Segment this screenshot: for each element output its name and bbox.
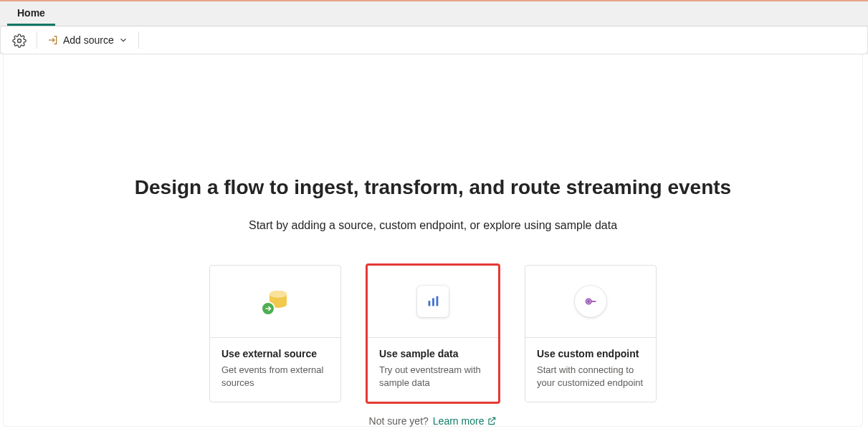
endpoint-icon — [575, 286, 606, 317]
card-desc: Try out eventstream with sample data — [379, 364, 487, 389]
card-external-source[interactable]: Use external source Get events from exte… — [209, 265, 341, 402]
card-icon-area — [525, 266, 656, 337]
gear-icon — [12, 34, 27, 48]
not-sure-text: Not sure yet? — [369, 415, 429, 427]
card-title: Use sample data — [379, 348, 487, 359]
tab-home-label: Home — [17, 7, 45, 19]
external-link-icon — [487, 416, 497, 426]
svg-point-2 — [270, 291, 287, 298]
settings-button[interactable] — [1, 29, 32, 51]
chevron-down-icon — [118, 35, 128, 45]
card-body: Use sample data Try out eventstream with… — [368, 337, 498, 402]
learn-more-label: Learn more — [433, 415, 485, 427]
svg-rect-4 — [432, 298, 434, 306]
tab-home[interactable]: Home — [7, 1, 55, 26]
page-subheading: Start by adding a source, custom endpoin… — [249, 219, 617, 232]
topbar: Home Add source — [0, 0, 868, 54]
toolbar-separator — [138, 32, 139, 49]
cards-row: Use external source Get events from exte… — [209, 265, 657, 402]
card-icon-area — [210, 266, 340, 337]
card-body: Use external source Get events from exte… — [210, 337, 340, 402]
add-source-button[interactable]: Add source — [42, 32, 134, 49]
card-desc: Get events from external sources — [221, 364, 329, 389]
bar-chart-icon — [417, 286, 449, 317]
footer-line: Not sure yet? Learn more — [369, 415, 497, 427]
database-arrow-icon — [258, 284, 292, 319]
svg-point-7 — [588, 301, 590, 303]
card-title: Use external source — [221, 348, 329, 359]
svg-rect-5 — [437, 296, 439, 306]
arrow-in-icon — [47, 34, 59, 46]
tabs-row: Home — [0, 1, 868, 26]
learn-more-link[interactable]: Learn more — [433, 415, 497, 427]
card-icon-area — [368, 266, 498, 337]
toolbar-separator — [37, 32, 37, 49]
card-body: Use custom endpoint Start with connectin… — [525, 337, 656, 402]
card-custom-endpoint[interactable]: Use custom endpoint Start with connectin… — [525, 265, 657, 402]
toolbar: Add source — [0, 26, 868, 54]
card-desc: Start with connecting to your customized… — [537, 364, 644, 389]
card-title: Use custom endpoint — [537, 348, 644, 359]
page-heading: Design a flow to ingest, transform, and … — [135, 176, 731, 199]
main-area: Design a flow to ingest, transform, and … — [3, 54, 863, 427]
svg-rect-3 — [429, 301, 431, 306]
svg-point-0 — [18, 39, 22, 43]
card-sample-data[interactable]: Use sample data Try out eventstream with… — [367, 265, 499, 402]
add-source-label: Add source — [63, 34, 114, 46]
